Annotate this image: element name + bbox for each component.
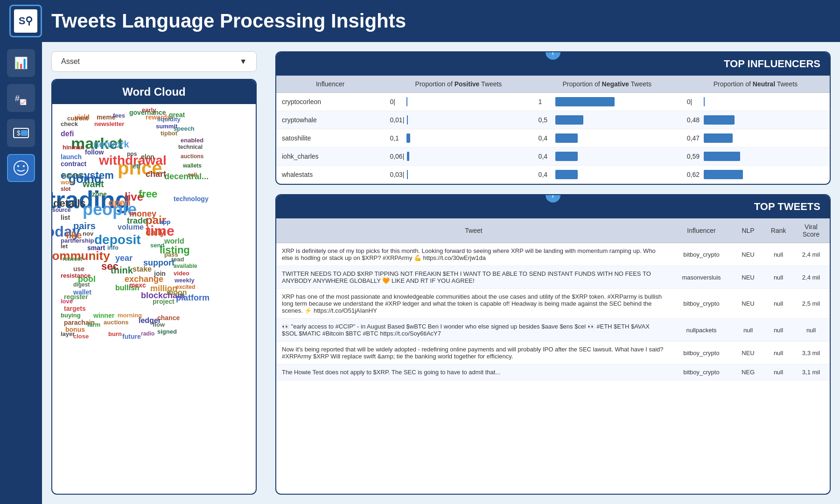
word-cloud-word: targets [64, 305, 86, 312]
tweet-nlp: NEU [732, 266, 764, 289]
tweet-text: TWITTER NEEDS TO ADD $XRP TIPPING NOT FR… [276, 266, 671, 289]
word-cloud-word: platform [176, 293, 210, 303]
tweet-viral-score: 2,4 mil [792, 266, 830, 289]
tweet-nlp: NEU [732, 243, 764, 266]
table-row: 👀 "early access to #CCIP" - in August Ba… [276, 319, 830, 342]
sidebar-item-dollar[interactable]: $ [7, 119, 35, 147]
tweet-rank: null [764, 342, 792, 364]
influencer-name: satoshilite [276, 129, 384, 147]
negative-value: 0,5 [533, 111, 681, 129]
tweet-nlp: NEG [732, 364, 764, 380]
asset-dropdown-label: Asset [61, 57, 80, 66]
word-cloud-word: retweet [63, 256, 82, 262]
main-content: 📊 #📈 $ Asset ▼ Word Cloud [0, 42, 840, 504]
word-cloud-word: morning [118, 312, 142, 319]
word-cloud-word: burn [108, 330, 122, 337]
word-cloud-word: speech [174, 125, 195, 132]
tweet-viral-score: 2,4 mil [792, 243, 830, 266]
word-cloud-word: fees [113, 112, 125, 119]
positive-value: 0,03| [384, 166, 532, 184]
sidebar-item-chart[interactable]: 📊 [7, 49, 35, 77]
logo: S⚲ [9, 5, 42, 37]
neutral-value: 0| [681, 93, 830, 111]
table-row: whalestats0,03|0,40,62 [276, 166, 830, 184]
sidebar-item-hashtag[interactable]: #📈 [7, 84, 35, 112]
word-cloud-word: available [174, 263, 197, 269]
word-cloud-word: elon [141, 153, 154, 161]
word-cloud-word: digest [73, 281, 90, 288]
word-cloud-word: auctions [104, 319, 128, 326]
tweet-viral-score: 2,5 mil [792, 289, 830, 319]
tweet-rank: null [764, 364, 792, 380]
word-cloud-word: stake [133, 265, 152, 273]
word-cloud-word: follow [85, 148, 104, 156]
tweet-influencer: bitboy_crypto [671, 243, 732, 266]
word-cloud-title: Word Cloud [52, 80, 256, 104]
word-cloud-word: world [164, 237, 184, 245]
word-cloud-word: app [160, 218, 170, 225]
word-cloud-word: nov [83, 230, 93, 237]
positive-value: 0,06| [384, 147, 532, 166]
influencers-table: Influencer Proportion of Positive Tweets… [276, 76, 830, 184]
word-cloud-word: want [83, 179, 104, 189]
word-cloud-word: winner [93, 312, 114, 319]
word-cloud-word: liquidity [157, 116, 181, 123]
table-row: TWITTER NEEDS TO ADD $XRP TIPPING NOT FR… [276, 266, 830, 289]
word-cloud-word: launch [61, 153, 82, 161]
table-row: Now it's being reported that will be wid… [276, 342, 830, 364]
chevron-down-icon: ▼ [239, 57, 247, 66]
left-panel: Asset ▼ Word Cloud tradingpricepeoplemar… [42, 42, 266, 504]
word-cloud-word: partnership [61, 237, 94, 244]
tweet-viral-score: null [792, 319, 830, 342]
positive-value: 0,1 [384, 129, 532, 147]
tweet-text: XRP has one of the most passionate and k… [276, 289, 671, 319]
word-cloud-word: weekly [175, 277, 195, 284]
word-cloud-word: defi [61, 130, 74, 138]
word-cloud-word: chart [146, 169, 166, 179]
tweet-nlp: NEU [732, 342, 764, 364]
tweet-influencer: bitboy_crypto [671, 289, 732, 319]
th-positive: Proportion of Positive Tweets [384, 76, 532, 93]
page-title: Tweets Language Processing Insights [51, 10, 406, 32]
word-cloud-word: decentral... [164, 172, 209, 182]
table-row: The Howie Test does not apply to $XRP. T… [276, 364, 830, 380]
word-cloud-word: outlook [61, 172, 83, 179]
tweet-influencer: bitboy_crypto [671, 342, 732, 364]
word-cloud-word: volume [118, 223, 144, 231]
neutral-value: 0,59 [681, 147, 830, 166]
top-tweets-title: TOP TWEETS [754, 201, 820, 213]
word-cloud-word: wallets [183, 162, 202, 169]
tweet-text: XRP is definitely one of my top picks fo… [276, 243, 671, 266]
svg-text:$: $ [17, 129, 21, 137]
tweet-rank: null [764, 266, 792, 289]
table-row: cryptocorleon0|10| [276, 93, 830, 111]
th-negative: Proportion of Negative Tweets [533, 76, 681, 93]
tweet-influencer: masonversluis [671, 266, 732, 289]
tweet-rank: null [764, 243, 792, 266]
influencer-name: cryptocorleon [276, 93, 384, 111]
svg-point-7 [23, 165, 25, 167]
word-cloud-word: etf [133, 162, 140, 170]
influencer-name: cryptowhale [276, 111, 384, 129]
word-cloud-word: year [115, 253, 133, 263]
word-cloud-word: join [154, 270, 166, 277]
th-neutral: Proportion of Neutral Tweets [681, 76, 830, 93]
asset-dropdown[interactable]: Asset ▼ [51, 51, 257, 72]
sidebar-item-face[interactable] [7, 154, 35, 182]
word-cloud-word: open [108, 197, 131, 208]
neutral-value: 0,62 [681, 166, 830, 184]
negative-value: 0,4 [533, 166, 681, 184]
th-influencer: Influencer [276, 76, 384, 93]
word-cloud-word: love [61, 298, 73, 305]
word-cloud-word: radio [141, 330, 154, 337]
word-cloud-word: excited [176, 284, 195, 290]
word-cloud-word: buying [61, 312, 81, 319]
word-cloud-word: wallet [73, 288, 91, 296]
word-cloud-word: close [73, 333, 89, 340]
th-rank: Rank [764, 218, 792, 243]
th-viral-score: Viral Score [792, 218, 830, 243]
svg-point-6 [17, 165, 19, 167]
negative-value: 0,4 [533, 129, 681, 147]
word-cloud-word: wow [61, 179, 74, 186]
tweet-nlp: NEU [732, 289, 764, 319]
